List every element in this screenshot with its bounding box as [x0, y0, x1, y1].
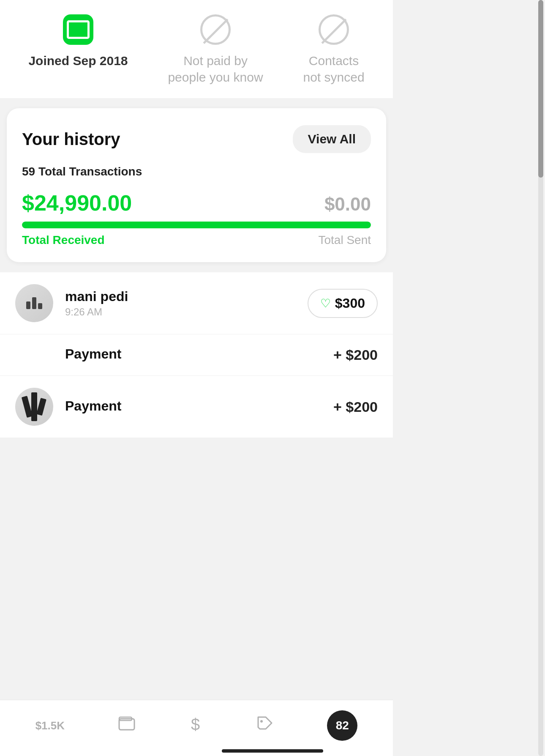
progress-bar-fill	[22, 222, 371, 228]
green-logo-icon	[63, 14, 93, 45]
amounts-row: $24,990.00 $0.00	[22, 190, 371, 216]
progress-bar	[22, 222, 371, 228]
transaction-name: mani pedi	[65, 289, 308, 304]
table-row[interactable]: Payment + $200	[0, 376, 393, 438]
nav-item-tag[interactable]	[256, 715, 273, 736]
transaction-amount: $300	[335, 296, 365, 311]
tag-icon	[256, 715, 273, 736]
nav-item-balance[interactable]: $1.5K	[35, 719, 65, 732]
table-row[interactable]: mani pedi 9:26 AM ♡ $300	[0, 272, 393, 334]
history-header: Your history View All	[22, 125, 371, 153]
transaction-name: Payment	[65, 346, 333, 362]
joined-label: Joined Sep 2018	[28, 52, 128, 69]
labels-row: Total Received Total Sent	[22, 233, 371, 247]
transaction-list: mani pedi 9:26 AM ♡ $300 Payment + $200	[0, 272, 393, 438]
transaction-amount: + $200	[333, 347, 378, 363]
top-info-bar: Joined Sep 2018 Not paid by people you k…	[0, 0, 393, 98]
contacts-label: Contacts not synced	[303, 52, 364, 85]
history-card: Your history View All 59 Total Transacti…	[7, 108, 386, 262]
avatar	[15, 284, 53, 322]
blocked-icon-contacts	[317, 13, 351, 47]
transaction-name: Payment	[65, 398, 333, 414]
avatar	[15, 388, 53, 426]
transaction-time: 9:26 AM	[65, 306, 308, 318]
transaction-amount: + $200	[333, 399, 378, 415]
blocked-icon-notpaid	[199, 13, 232, 47]
total-transactions: 59 Total Transactions	[22, 165, 371, 178]
label-received: Total Received	[22, 233, 105, 247]
home-indicator	[222, 749, 323, 753]
svg-point-3	[260, 720, 263, 723]
amount-received: $24,990.00	[22, 190, 132, 216]
view-all-button[interactable]: View All	[293, 125, 371, 153]
badge-count: 82	[336, 719, 349, 732]
dollar-icon: $	[189, 715, 203, 737]
history-title: Your history	[22, 130, 120, 149]
heart-icon: ♡	[320, 296, 331, 310]
not-paid-info: Not paid by people you know	[168, 13, 263, 85]
transaction-info: mani pedi 9:26 AM	[65, 289, 308, 318]
bottom-nav: $1.5K $ 82	[0, 700, 393, 756]
transaction-info: Payment	[65, 346, 333, 364]
wallet-icon	[118, 716, 135, 735]
not-paid-label: Not paid by people you know	[168, 52, 263, 85]
joined-info: Joined Sep 2018	[28, 13, 128, 69]
svg-text:$: $	[191, 715, 200, 733]
nav-item-activity[interactable]: 82	[327, 710, 357, 741]
activity-badge: 82	[327, 710, 357, 741]
nav-item-dollar[interactable]: $	[189, 715, 203, 737]
contacts-info: Contacts not synced	[303, 13, 364, 85]
cash-app-icon	[61, 13, 95, 47]
table-row[interactable]: Payment + $200	[0, 334, 393, 376]
transaction-info: Payment	[65, 398, 333, 416]
heart-amount-button[interactable]: ♡ $300	[308, 289, 378, 318]
balance-label: $1.5K	[35, 719, 65, 732]
amount-sent: $0.00	[324, 194, 371, 215]
label-sent: Total Sent	[318, 233, 371, 247]
nav-item-wallet[interactable]	[118, 716, 135, 735]
